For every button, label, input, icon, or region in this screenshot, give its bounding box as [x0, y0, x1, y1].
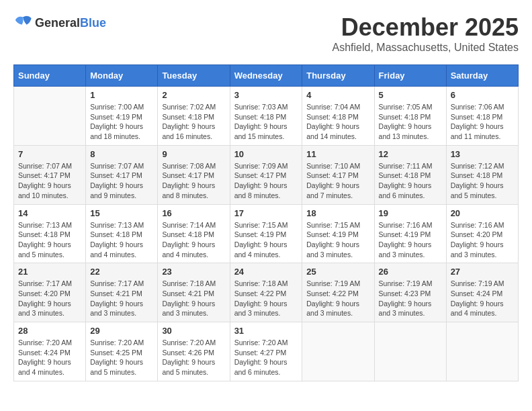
table-row: 11Sunrise: 7:10 AMSunset: 4:17 PMDayligh… — [302, 145, 374, 204]
table-row: 30Sunrise: 7:20 AMSunset: 4:26 PMDayligh… — [158, 322, 230, 381]
table-row: 31Sunrise: 7:20 AMSunset: 4:27 PMDayligh… — [230, 322, 302, 381]
day-info: Sunrise: 7:03 AMSunset: 4:18 PMDaylight:… — [234, 102, 298, 142]
day-number: 22 — [90, 267, 153, 277]
day-number: 28 — [18, 326, 81, 336]
table-row: 12Sunrise: 7:11 AMSunset: 4:18 PMDayligh… — [374, 145, 446, 204]
table-row: 5Sunrise: 7:05 AMSunset: 4:18 PMDaylight… — [374, 87, 446, 146]
table-row: 26Sunrise: 7:19 AMSunset: 4:23 PMDayligh… — [374, 263, 446, 322]
day-number: 16 — [162, 208, 225, 218]
col-monday: Monday — [86, 65, 158, 87]
calendar-week-row: 28Sunrise: 7:20 AMSunset: 4:24 PMDayligh… — [14, 322, 519, 381]
page-header: GeneralBlue December 2025 Ashfield, Mass… — [13, 13, 519, 54]
day-number: 19 — [379, 208, 442, 218]
day-info: Sunrise: 7:15 AMSunset: 4:19 PMDaylight:… — [234, 220, 298, 260]
day-info: Sunrise: 7:18 AMSunset: 4:21 PMDaylight:… — [162, 279, 225, 318]
table-row: 6Sunrise: 7:06 AMSunset: 4:18 PMDaylight… — [446, 87, 518, 146]
table-row: 21Sunrise: 7:17 AMSunset: 4:20 PMDayligh… — [14, 263, 86, 322]
table-row: 19Sunrise: 7:16 AMSunset: 4:19 PMDayligh… — [374, 204, 446, 263]
table-row: 25Sunrise: 7:19 AMSunset: 4:22 PMDayligh… — [302, 263, 374, 322]
calendar-week-row: 1Sunrise: 7:00 AMSunset: 4:19 PMDaylight… — [14, 87, 519, 146]
col-saturday: Saturday — [446, 65, 518, 87]
table-row — [374, 322, 446, 381]
day-info: Sunrise: 7:13 AMSunset: 4:18 PMDaylight:… — [90, 220, 153, 260]
day-info: Sunrise: 7:19 AMSunset: 4:22 PMDaylight:… — [306, 279, 369, 318]
day-number: 29 — [90, 326, 153, 336]
col-wednesday: Wednesday — [230, 65, 302, 87]
table-row: 14Sunrise: 7:13 AMSunset: 4:18 PMDayligh… — [14, 204, 86, 263]
day-info: Sunrise: 7:08 AMSunset: 4:17 PMDaylight:… — [162, 161, 225, 201]
table-row: 13Sunrise: 7:12 AMSunset: 4:18 PMDayligh… — [446, 145, 518, 204]
table-row: 24Sunrise: 7:18 AMSunset: 4:22 PMDayligh… — [230, 263, 302, 322]
table-row: 29Sunrise: 7:20 AMSunset: 4:25 PMDayligh… — [86, 322, 158, 381]
table-row: 27Sunrise: 7:19 AMSunset: 4:24 PMDayligh… — [446, 263, 518, 322]
calendar-week-row: 21Sunrise: 7:17 AMSunset: 4:20 PMDayligh… — [14, 263, 519, 322]
day-number: 11 — [306, 149, 369, 159]
day-number: 15 — [90, 208, 153, 218]
day-number: 2 — [162, 90, 225, 100]
col-thursday: Thursday — [302, 65, 374, 87]
day-info: Sunrise: 7:20 AMSunset: 4:27 PMDaylight:… — [234, 338, 298, 377]
table-row: 10Sunrise: 7:09 AMSunset: 4:17 PMDayligh… — [230, 145, 302, 204]
col-sunday: Sunday — [14, 65, 86, 87]
day-number: 3 — [234, 90, 298, 100]
day-info: Sunrise: 7:19 AMSunset: 4:24 PMDaylight:… — [451, 279, 514, 318]
day-info: Sunrise: 7:20 AMSunset: 4:24 PMDaylight:… — [18, 338, 81, 377]
table-row: 3Sunrise: 7:03 AMSunset: 4:18 PMDaylight… — [230, 87, 302, 146]
day-info: Sunrise: 7:18 AMSunset: 4:22 PMDaylight:… — [234, 279, 298, 318]
day-number: 6 — [451, 90, 514, 100]
table-row: 4Sunrise: 7:04 AMSunset: 4:18 PMDaylight… — [302, 87, 374, 146]
day-info: Sunrise: 7:00 AMSunset: 4:19 PMDaylight:… — [90, 102, 153, 142]
day-info: Sunrise: 7:09 AMSunset: 4:17 PMDaylight:… — [234, 161, 298, 201]
table-row: 20Sunrise: 7:16 AMSunset: 4:20 PMDayligh… — [446, 204, 518, 263]
table-row: 16Sunrise: 7:14 AMSunset: 4:18 PMDayligh… — [158, 204, 230, 263]
location-title: Ashfield, Massachusetts, United States — [332, 42, 519, 54]
day-info: Sunrise: 7:17 AMSunset: 4:21 PMDaylight:… — [90, 279, 153, 318]
day-number: 12 — [379, 149, 442, 159]
day-number: 8 — [90, 149, 153, 159]
day-number: 30 — [162, 326, 225, 336]
table-row: 8Sunrise: 7:07 AMSunset: 4:17 PMDaylight… — [86, 145, 158, 204]
day-info: Sunrise: 7:17 AMSunset: 4:20 PMDaylight:… — [18, 279, 81, 318]
logo: GeneralBlue — [13, 13, 106, 32]
day-info: Sunrise: 7:13 AMSunset: 4:18 PMDaylight:… — [18, 220, 81, 260]
table-row: 23Sunrise: 7:18 AMSunset: 4:21 PMDayligh… — [158, 263, 230, 322]
table-row — [14, 87, 86, 146]
calendar-week-row: 7Sunrise: 7:07 AMSunset: 4:17 PMDaylight… — [14, 145, 519, 204]
day-info: Sunrise: 7:19 AMSunset: 4:23 PMDaylight:… — [379, 279, 442, 318]
logo-text-blue: Blue — [80, 16, 106, 30]
calendar-header-row: Sunday Monday Tuesday Wednesday Thursday… — [14, 65, 519, 87]
table-row: 18Sunrise: 7:15 AMSunset: 4:19 PMDayligh… — [302, 204, 374, 263]
day-info: Sunrise: 7:05 AMSunset: 4:18 PMDaylight:… — [379, 102, 442, 142]
day-info: Sunrise: 7:16 AMSunset: 4:19 PMDaylight:… — [379, 220, 442, 260]
title-block: December 2025 Ashfield, Massachusetts, U… — [332, 13, 519, 54]
day-number: 18 — [306, 208, 369, 218]
col-friday: Friday — [374, 65, 446, 87]
day-number: 1 — [90, 90, 153, 100]
day-info: Sunrise: 7:06 AMSunset: 4:18 PMDaylight:… — [451, 102, 514, 142]
day-number: 27 — [451, 267, 514, 277]
day-info: Sunrise: 7:15 AMSunset: 4:19 PMDaylight:… — [306, 220, 369, 260]
table-row: 9Sunrise: 7:08 AMSunset: 4:17 PMDaylight… — [158, 145, 230, 204]
day-number: 26 — [379, 267, 442, 277]
table-row: 22Sunrise: 7:17 AMSunset: 4:21 PMDayligh… — [86, 263, 158, 322]
table-row: 7Sunrise: 7:07 AMSunset: 4:17 PMDaylight… — [14, 145, 86, 204]
table-row: 15Sunrise: 7:13 AMSunset: 4:18 PMDayligh… — [86, 204, 158, 263]
day-info: Sunrise: 7:12 AMSunset: 4:18 PMDaylight:… — [451, 161, 514, 201]
day-number: 10 — [234, 149, 298, 159]
day-number: 9 — [162, 149, 225, 159]
day-number: 21 — [18, 267, 81, 277]
day-info: Sunrise: 7:16 AMSunset: 4:20 PMDaylight:… — [451, 220, 514, 260]
day-info: Sunrise: 7:07 AMSunset: 4:17 PMDaylight:… — [90, 161, 153, 201]
month-title: December 2025 — [332, 13, 519, 42]
table-row: 17Sunrise: 7:15 AMSunset: 4:19 PMDayligh… — [230, 204, 302, 263]
table-row — [446, 322, 518, 381]
day-info: Sunrise: 7:10 AMSunset: 4:17 PMDaylight:… — [306, 161, 369, 201]
day-number: 7 — [18, 149, 81, 159]
day-number: 23 — [162, 267, 225, 277]
col-tuesday: Tuesday — [158, 65, 230, 87]
logo-icon — [13, 13, 32, 32]
table-row: 28Sunrise: 7:20 AMSunset: 4:24 PMDayligh… — [14, 322, 86, 381]
day-number: 5 — [379, 90, 442, 100]
day-info: Sunrise: 7:11 AMSunset: 4:18 PMDaylight:… — [379, 161, 442, 201]
logo-text-general: General — [35, 16, 80, 30]
